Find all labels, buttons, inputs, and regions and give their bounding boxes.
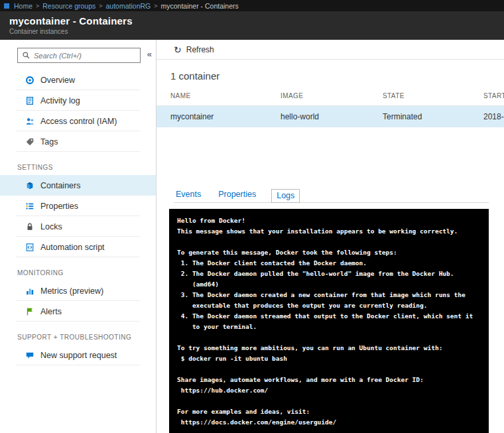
automation-script-icon <box>25 243 34 252</box>
cell-image: hello-world <box>281 112 383 121</box>
sidebar-heading-monitoring: MONITORING <box>0 257 156 280</box>
containers-table: NAME IMAGE STATE START T mycontainer hel… <box>157 92 504 127</box>
access-control-icon <box>25 117 34 126</box>
sidebar: « Overview Activity log <box>0 40 157 433</box>
tab-logs[interactable]: Logs <box>271 189 300 203</box>
breadcrumb: Home > Resource groups > automationRG > … <box>0 0 504 11</box>
cell-start-time: 2018-0 <box>483 112 504 121</box>
sidebar-item-label: Properties <box>40 202 78 211</box>
breadcrumb-home[interactable]: Home <box>14 2 32 10</box>
sidebar-item-label: New support request <box>40 351 117 360</box>
search-icon <box>22 51 31 60</box>
column-header-name: NAME <box>170 92 281 99</box>
properties-icon <box>25 202 34 211</box>
sidebar-item-overview[interactable]: Overview <box>0 70 156 90</box>
tags-icon <box>25 137 34 147</box>
sidebar-item-locks[interactable]: Locks <box>0 216 156 237</box>
locks-icon <box>25 222 34 231</box>
command-bar: ↻ Refresh <box>157 40 504 60</box>
sidebar-item-label: Locks <box>40 222 62 231</box>
cell-state: Terminated <box>383 112 483 121</box>
containers-icon <box>25 181 34 190</box>
sidebar-heading-settings: SETTINGS <box>0 152 156 175</box>
sidebar-heading-support: SUPPORT + TROUBLESHOOTING <box>0 322 156 345</box>
chevron-right-icon: > <box>36 3 39 9</box>
sidebar-item-label: Tags <box>40 137 58 147</box>
table-header-row: NAME IMAGE STATE START T <box>157 92 504 105</box>
sidebar-item-containers[interactable]: Containers <box>0 175 156 196</box>
breadcrumb-resource-groups[interactable]: Resource groups <box>42 2 95 10</box>
cell-name: mycontainer <box>170 112 281 121</box>
overview-icon <box>25 76 34 85</box>
sidebar-item-label: Activity log <box>40 96 80 105</box>
tab-events[interactable]: Events <box>174 188 203 202</box>
table-row[interactable]: mycontainer hello-world Terminated 2018-… <box>157 105 504 127</box>
sidebar-item-access-control[interactable]: Access control (IAM) <box>0 111 156 131</box>
sidebar-item-label: Alerts <box>40 307 62 316</box>
refresh-icon: ↻ <box>174 45 182 54</box>
tab-properties[interactable]: Properties <box>216 188 258 202</box>
sidebar-item-automation-script[interactable]: Automation script <box>0 237 156 257</box>
sidebar-item-alerts[interactable]: Alerts <box>0 301 156 322</box>
page-subtitle: Container instances <box>9 28 495 35</box>
column-header-start-time: START T <box>483 92 504 99</box>
breadcrumb-current: mycontainer - Containers <box>160 2 238 10</box>
chevron-right-icon: > <box>99 3 102 9</box>
container-logs-console: Hello from Docker! This message shows th… <box>169 209 489 433</box>
sidebar-item-new-support-request[interactable]: New support request <box>0 345 156 365</box>
page-header: mycontainer - Containers Container insta… <box>0 11 504 40</box>
refresh-button[interactable]: ↻ Refresh <box>174 45 214 54</box>
container-count: 1 container <box>170 70 504 82</box>
main-panel: ↻ Refresh 1 container NAME IMAGE STATE S… <box>157 40 504 433</box>
breadcrumb-automationrg[interactable]: automationRG <box>106 2 151 10</box>
column-header-state: STATE <box>383 92 483 99</box>
azure-logo-icon <box>4 3 9 9</box>
sidebar-item-label: Overview <box>40 76 75 85</box>
refresh-label: Refresh <box>186 45 214 54</box>
column-header-image: IMAGE <box>281 92 383 99</box>
detail-tabs: Events Properties Logs <box>174 188 489 203</box>
sidebar-item-properties[interactable]: Properties <box>0 196 156 216</box>
page-title: mycontainer - Containers <box>9 15 495 27</box>
sidebar-item-metrics[interactable]: Metrics (preview) <box>0 280 156 301</box>
sidebar-item-label: Access control (IAM) <box>40 117 117 126</box>
sidebar-item-label: Automation script <box>40 243 105 252</box>
activity-log-icon <box>25 96 34 105</box>
sidebar-item-label: Containers <box>40 181 80 190</box>
sidebar-collapse-icon[interactable]: « <box>147 50 152 58</box>
alerts-icon <box>25 307 34 316</box>
support-icon <box>25 351 34 360</box>
sidebar-item-label: Metrics (preview) <box>40 286 103 296</box>
sidebar-item-tags[interactable]: Tags <box>0 131 156 152</box>
sidebar-nav: Overview Activity log Access con <box>0 70 156 365</box>
metrics-icon <box>25 286 34 296</box>
search-box <box>17 48 141 63</box>
search-input[interactable] <box>34 52 136 60</box>
sidebar-item-activity-log[interactable]: Activity log <box>0 90 156 111</box>
chevron-right-icon: > <box>154 3 157 9</box>
